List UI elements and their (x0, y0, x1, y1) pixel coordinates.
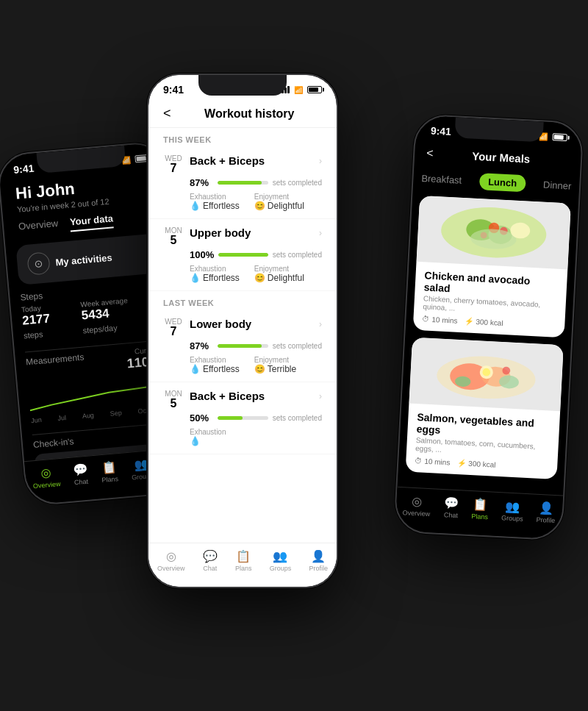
p2-header: < Workout history (148, 99, 337, 128)
status-bar-2: 9:41 📶 (148, 75, 337, 99)
status-icons-3: 📶 (523, 132, 567, 142)
p2-sets-label-1: sets completed (273, 251, 322, 259)
p2-enjoyment-label-1: Enjoyment (254, 265, 304, 273)
p3-meal-info-1: Salmon, vegetables and eggs Salmon, toma… (406, 403, 561, 479)
p2-nav-plans-label: Plans (235, 565, 252, 572)
p3-nav-chat-label: Chat (444, 511, 459, 519)
p1-today-unit: steps (24, 329, 43, 340)
p2-exhaustion-icon-1: 💧 (190, 273, 201, 283)
p1-nav-plans[interactable]: 📋 Plans (100, 460, 118, 484)
p2-lw-meta-row-0: Exhaustion 💧 Effortless Enjoyment 😊 Terr… (163, 356, 322, 374)
p2-lw-workout-item-1[interactable]: MON 5 Back + Biceps › 50% sets completed… (148, 382, 337, 454)
p2-date-block-0: WED 7 (163, 154, 184, 174)
p3-nav-chat-icon: 💬 (444, 496, 459, 510)
p2-lw-enjoyment-0: Enjoyment 😊 Terrible (254, 356, 296, 374)
p3-meal-meta-1: ⏱ 10 mins ⚡ 300 kcal (415, 457, 548, 472)
p2-nav-groups[interactable]: 👥 Groups (270, 549, 292, 572)
p1-tabs: Overview Your data (18, 209, 155, 236)
p1-activities-row: ⊙ My activities (26, 243, 153, 276)
p2-lw-exhaustion-0: Exhaustion 💧 Effortless (190, 356, 240, 374)
p2-lw-meta-row-1: Exhaustion 💧 (163, 428, 322, 446)
p2-workout-name-0: Back + Biceps (190, 154, 313, 167)
p2-lw-sets-label-0: sets completed (273, 342, 322, 350)
p3-nav-chat[interactable]: 💬 Chat (443, 496, 459, 519)
p2-nav-plans[interactable]: 📋 Plans (235, 549, 252, 572)
p2-progress-fill-0 (218, 181, 262, 185)
month-jul: Jul (57, 414, 66, 422)
p1-nav-chat-icon: 💬 (72, 462, 88, 478)
p2-exhaustion-text-1: Effortless (203, 273, 240, 283)
p1-nav-overview[interactable]: ◎ Overview (32, 465, 61, 490)
p2-lw-exhaustion-value-0: 💧 Effortless (190, 364, 240, 374)
month-jun: Jun (31, 416, 42, 424)
p2-enjoyment-value-1: 😊 Delightful (254, 273, 304, 283)
p2-lw-progress-fill-1 (218, 416, 243, 420)
p2-nav-groups-label: Groups (270, 565, 292, 572)
p3-nav-plans[interactable]: 📋 Plans (471, 497, 489, 521)
p2-enjoyment-text-1: Delightful (268, 273, 304, 283)
p1-tab-overview[interactable]: Overview (18, 218, 59, 237)
p3-nav-profile[interactable]: 👤 Profile (537, 501, 556, 524)
p2-nav-profile[interactable]: 👤 Profile (309, 549, 328, 572)
p2-lw-date-block-0: WED 7 (163, 318, 184, 337)
p2-bottom-nav: ◎ Overview 💬 Chat 📋 Plans 👥 Groups 👤 Pro… (148, 543, 337, 587)
phone-right-screen: 9:41 📶 < Your Meals Breakfast (395, 115, 582, 539)
p2-exhaustion-label-0: Exhaustion (190, 193, 240, 201)
p2-lw-workout-name-1: Back + Biceps (190, 390, 313, 402)
p2-lw-enjoyment-icon-0: 😊 (254, 364, 265, 374)
p2-back-button[interactable]: < (163, 106, 171, 121)
p3-nav-groups-label: Groups (501, 514, 523, 523)
phone-right: 9:41 📶 < Your Meals Breakfast (393, 113, 584, 540)
p2-chevron-0: › (319, 156, 322, 166)
p2-lw-exhaustion-icon-0: 💧 (190, 364, 201, 374)
p2-enjoyment-0: Enjoyment 😊 Delightful (254, 193, 304, 211)
p2-exhaustion-icon-0: 💧 (190, 201, 201, 211)
p3-meal-kcal-1: ⚡ 300 kcal (457, 459, 496, 469)
p2-meta-row-1: Exhaustion 💧 Effortless Enjoyment 😊 Deli… (163, 265, 322, 283)
p2-lw-exhaustion-label-0: Exhaustion (190, 356, 240, 364)
status-time-3: 9:41 (430, 125, 451, 137)
p3-tab-dinner[interactable]: Dinner (534, 176, 580, 195)
p3-meal-kcal-val-0: 300 kcal (476, 318, 503, 327)
p3-meal-time-0: ⏱ 10 mins (422, 315, 458, 324)
p2-lw-pct-1: 50% (190, 412, 213, 424)
p3-nav-profile-label: Profile (537, 516, 556, 524)
p2-enjoyment-icon-1: 😊 (254, 273, 265, 283)
p1-avg-label: Week average (80, 296, 139, 309)
p2-enjoyment-value-0: 😊 Delightful (254, 201, 304, 211)
p1-nav-overview-label: Overview (33, 480, 61, 490)
p1-nav-chat[interactable]: 💬 Chat (72, 462, 89, 487)
p3-nav-profile-icon: 👤 (539, 501, 554, 515)
p2-enjoyment-label-0: Enjoyment (254, 193, 304, 201)
p1-nav-overview-icon: ◎ (40, 465, 51, 480)
p2-lw-workout-item-0[interactable]: WED 7 Lower body › 87% sets completed Ex… (148, 310, 337, 382)
p2-workout-item-0[interactable]: WED 7 Back + Biceps › 87% sets completed… (148, 147, 337, 219)
p2-enjoyment-text-0: Delightful (268, 201, 304, 211)
p3-tab-lunch[interactable]: Lunch (479, 173, 526, 192)
p3-meal-card-0[interactable]: Chicken and avocado salad Chicken, cherr… (413, 196, 571, 338)
p2-exhaustion-value-0: 💧 Effortless (190, 201, 240, 211)
p3-meal-img-1 (409, 337, 563, 412)
p3-nav-overview-label: Overview (402, 509, 430, 518)
p1-tab-yourdata[interactable]: Your data (69, 212, 114, 232)
p2-nav-profile-label: Profile (309, 565, 328, 572)
p2-title: Workout history (177, 107, 322, 121)
p2-progress-bg-0 (218, 181, 268, 185)
wifi-icon-2: 📶 (294, 86, 303, 94)
p2-nav-chat[interactable]: 💬 Chat (203, 549, 218, 572)
p3-tab-breakfast[interactable]: Breakfast (412, 169, 471, 189)
p2-lw-progress-row-0: 87% sets completed (163, 340, 322, 351)
p2-workout-item-1[interactable]: MON 5 Upper body › 100% sets completed E… (148, 219, 337, 291)
p2-lw-enjoyment-label-0: Enjoyment (254, 356, 296, 364)
p3-nav-groups[interactable]: 👥 Groups (501, 499, 524, 523)
p3-meal-card-1[interactable]: Salmon, vegetables and eggs Salmon, toma… (406, 337, 564, 480)
p3-nav-overview[interactable]: ◎ Overview (402, 493, 431, 518)
p2-nav-overview[interactable]: ◎ Overview (157, 549, 185, 572)
phone-center-screen: 9:41 📶 < Workout history THIS WEEK (148, 75, 337, 587)
wifi-icon-1: 📶 (121, 156, 131, 165)
activity-icon: ⊙ (26, 251, 51, 276)
p2-lw-chevron-0: › (319, 319, 322, 329)
p2-last-week-label: LAST WEEK (148, 291, 337, 310)
bolt-icon-1: ⚡ (457, 459, 467, 468)
p2-workout-date-row-0: WED 7 Back + Biceps › (163, 154, 322, 174)
